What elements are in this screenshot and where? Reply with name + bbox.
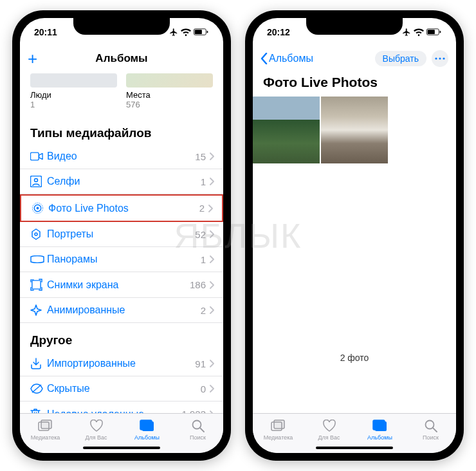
- trash-icon: [30, 408, 47, 413]
- content-right[interactable]: Фото Live Photos 2 фото: [253, 71, 456, 413]
- add-button[interactable]: +: [28, 50, 37, 67]
- select-button[interactable]: Выбрать: [375, 51, 426, 66]
- search-icon: [425, 419, 437, 433]
- svg-rect-19: [440, 31, 441, 33]
- chevron-right-icon: [210, 230, 214, 238]
- svg-rect-1: [195, 30, 202, 34]
- photo-thumb-1[interactable]: [253, 97, 320, 163]
- tab-label: Альбомы: [367, 434, 392, 441]
- hidden-icon: [30, 383, 47, 394]
- nav-bar-left: + Альбомы: [20, 46, 223, 71]
- nav-bar-right: Альбомы Выбрать: [253, 46, 456, 71]
- media-row-pano[interactable]: Панорамы1: [20, 247, 223, 272]
- more-button[interactable]: [432, 50, 448, 67]
- svg-rect-10: [32, 281, 41, 289]
- content-left[interactable]: Люди 1 Места 576 Типы медиафайлов Видео1…: [20, 71, 223, 413]
- tab-foryou[interactable]: Для Вас: [304, 414, 354, 445]
- row-label: Панорамы: [47, 254, 201, 265]
- status-time: 20:11: [34, 27, 57, 37]
- library-icon: [271, 419, 286, 433]
- tab-label: Медиатека: [264, 434, 293, 441]
- svg-rect-24: [274, 420, 284, 429]
- row-label: Анимированные: [47, 304, 201, 316]
- svg-point-8: [37, 207, 39, 210]
- media-row-portrait[interactable]: Портреты52: [20, 222, 223, 247]
- media-row-screenshot[interactable]: Снимки экрана186: [20, 272, 223, 298]
- search-icon: [192, 419, 205, 433]
- battery-icon: [426, 28, 442, 36]
- tab-library[interactable]: Медиатека: [253, 414, 304, 445]
- back-button[interactable]: Альбомы: [261, 53, 313, 64]
- section-other: Другое: [20, 323, 223, 351]
- media-row-animated[interactable]: Анимированные2: [20, 298, 223, 323]
- photo-thumb-2[interactable]: [321, 97, 388, 163]
- video-icon: [30, 152, 47, 161]
- svg-rect-3: [30, 152, 39, 160]
- chevron-right-icon: [210, 152, 214, 160]
- livephoto-icon: [32, 202, 48, 214]
- album-label: Люди: [30, 90, 117, 100]
- svg-rect-15: [140, 420, 152, 430]
- pano-icon: [30, 255, 47, 263]
- media-row-livephoto[interactable]: Фото Live Photos2: [20, 194, 223, 222]
- svg-point-22: [443, 57, 444, 59]
- phone-right: 20:12 Альбомы Выбрать: [245, 10, 464, 461]
- chevron-right-icon: [210, 411, 214, 414]
- status-icons: [402, 28, 442, 37]
- tab-search[interactable]: Поиск: [405, 414, 456, 445]
- svg-rect-12: [41, 420, 51, 429]
- row-label: Фото Live Photos: [48, 203, 199, 214]
- imported-icon: [30, 358, 47, 369]
- tab-label: Поиск: [190, 434, 206, 441]
- tab-search[interactable]: Поиск: [172, 414, 223, 445]
- ellipsis-icon: [435, 57, 445, 60]
- album-places[interactable]: Места 576: [126, 73, 213, 109]
- media-row-video[interactable]: Видео15: [20, 144, 223, 169]
- row-label: Импортированные: [47, 358, 195, 369]
- notch: [306, 18, 403, 35]
- tab-albums[interactable]: Альбомы: [122, 414, 172, 445]
- row-count: 15: [195, 151, 206, 162]
- album-count: 1: [30, 100, 117, 109]
- row-label: Скрытые: [47, 383, 201, 394]
- album-label: Места: [126, 90, 213, 100]
- tab-label: Поиск: [423, 434, 439, 441]
- nav-title: Альбомы: [95, 52, 147, 65]
- albums-icon: [140, 419, 155, 433]
- row-label: Видео: [47, 151, 195, 162]
- home-indicator[interactable]: [316, 447, 393, 449]
- tab-library[interactable]: Медиатека: [20, 414, 71, 445]
- home-indicator[interactable]: [83, 447, 160, 449]
- media-row-selfie[interactable]: Селфи1: [20, 169, 223, 194]
- row-label: Снимки экрана: [47, 279, 190, 291]
- album-people[interactable]: Люди 1: [30, 73, 117, 109]
- section-media-types: Типы медиафайлов: [20, 116, 223, 144]
- tab-albums[interactable]: Альбомы: [354, 414, 405, 445]
- foryou-icon: [89, 419, 104, 433]
- library-icon: [38, 419, 53, 433]
- notch: [73, 18, 170, 35]
- chevron-right-icon: [210, 385, 214, 392]
- svg-rect-27: [373, 420, 385, 430]
- albums-icon: [372, 419, 388, 433]
- row-count: 186: [190, 279, 206, 290]
- row-count: 52: [195, 229, 206, 240]
- tab-foryou[interactable]: Для Вас: [71, 414, 122, 445]
- foryou-icon: [322, 419, 336, 433]
- chevron-right-icon: [210, 178, 214, 185]
- albums-preview-row: Люди 1 Места 576: [20, 71, 223, 116]
- phone-left: 20:11 + Альбомы Люди 1: [12, 10, 231, 461]
- chevron-right-icon: [210, 306, 214, 314]
- svg-point-21: [439, 57, 441, 59]
- other-row-hidden[interactable]: Скрытые0: [20, 376, 223, 402]
- chevron-right-icon: [210, 281, 214, 289]
- photo-grid: [253, 97, 456, 163]
- back-label: Альбомы: [269, 53, 313, 64]
- screenshot-icon: [30, 279, 47, 291]
- battery-icon: [194, 28, 209, 36]
- other-row-imported[interactable]: Импортированные91: [20, 351, 223, 376]
- chevron-right-icon: [210, 360, 214, 367]
- album-count: 576: [126, 100, 213, 109]
- other-row-trash[interactable]: Недавно удаленные1 923: [20, 402, 223, 413]
- row-count: 1 923: [181, 409, 206, 413]
